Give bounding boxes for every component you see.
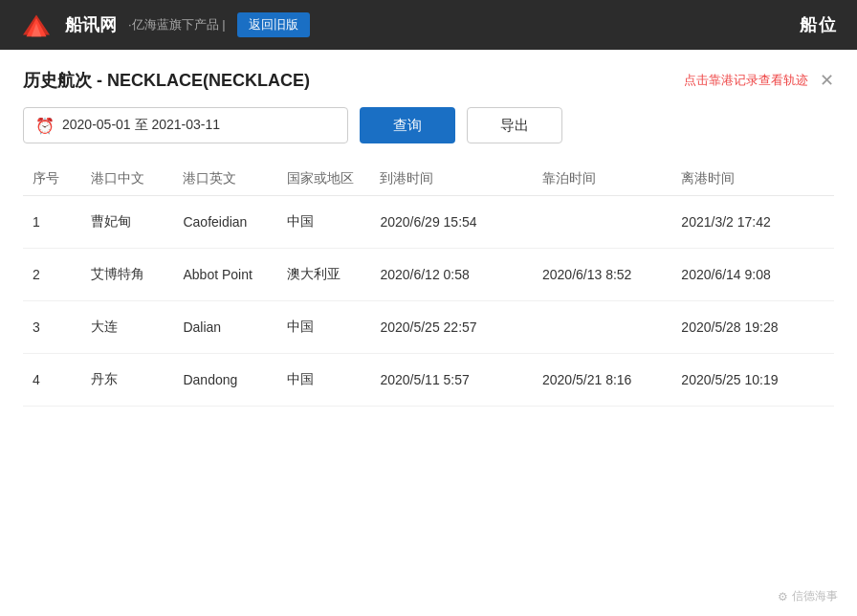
watermark-text: 信德海事: [792, 588, 838, 605]
cell-port-en: Caofeidian: [173, 196, 277, 249]
table-row[interactable]: 4丹东Dandong中国2020/5/11 5:572020/5/21 8:16…: [23, 354, 834, 407]
watermark: ⚙ 信德海事: [778, 588, 838, 605]
title-bar: 历史航次 - NECKLACE(NECKLACE) 点击靠港记录查看轨迹 ✕: [23, 69, 834, 92]
cell-country: 中国: [277, 354, 370, 407]
clock-icon: ⏰: [35, 117, 55, 135]
cell-seq: 4: [23, 354, 81, 407]
cell-port-cn: 艾博特角: [81, 249, 174, 301]
track-link[interactable]: 点击靠港记录查看轨迹: [684, 72, 808, 89]
header-berth: 靠泊时间: [533, 163, 671, 196]
cell-seq: 3: [23, 301, 81, 354]
app-header: 船讯网 ·亿海蓝旗下产品 | 返回旧版 船位: [0, 0, 857, 50]
logo-subtitle: ·亿海蓝旗下产品 |: [128, 16, 226, 33]
table-header-row: 序号 港口中文 港口英文 国家或地区 到港时间 靠泊时间 离港时间: [23, 163, 834, 196]
cell-berth: [533, 196, 671, 249]
header-seq: 序号: [23, 163, 81, 196]
cell-country: 中国: [277, 301, 370, 354]
close-icon[interactable]: ✕: [820, 70, 834, 91]
cell-arrive: 2020/6/12 0:58: [370, 249, 533, 301]
cell-arrive: 2020/5/25 22:57: [370, 301, 533, 354]
table-row[interactable]: 2艾博特角Abbot Point澳大利亚2020/6/12 0:582020/6…: [23, 249, 834, 301]
page-title: 历史航次 - NECKLACE(NECKLACE): [23, 69, 310, 92]
cell-port-cn: 大连: [81, 301, 174, 354]
query-button[interactable]: 查询: [360, 107, 455, 143]
table-row[interactable]: 3大连Dalian中国2020/5/25 22:572020/5/28 19:2…: [23, 301, 834, 354]
header-left: 船讯网 ·亿海蓝旗下产品 | 返回旧版: [19, 11, 310, 38]
cell-port-en: Abbot Point: [173, 249, 277, 301]
main-content: 历史航次 - NECKLACE(NECKLACE) 点击靠港记录查看轨迹 ✕ ⏰…: [0, 50, 857, 616]
cell-country: 澳大利亚: [277, 249, 370, 301]
date-range-input[interactable]: ⏰ 2020-05-01 至 2021-03-11: [23, 107, 348, 143]
header-port-en: 港口英文: [173, 163, 277, 196]
cell-port-cn: 曹妃甸: [81, 196, 174, 249]
cell-berth: [533, 301, 671, 354]
cell-port-en: Dalian: [173, 301, 277, 354]
cell-seq: 1: [23, 196, 81, 249]
header-arrive: 到港时间: [370, 163, 533, 196]
cell-port-en: Dandong: [173, 354, 277, 407]
cell-depart: 2020/5/25 10:19: [671, 354, 834, 407]
cell-berth: 2020/6/13 8:52: [533, 249, 671, 301]
nav-ship-label: 船位: [800, 13, 838, 36]
cell-arrive: 2020/6/29 15:54: [370, 196, 533, 249]
cell-depart: 2020/6/14 9:08: [671, 249, 834, 301]
cell-country: 中国: [277, 196, 370, 249]
search-bar: ⏰ 2020-05-01 至 2021-03-11 查询 导出: [23, 107, 834, 143]
cell-depart: 2020/5/28 19:28: [671, 301, 834, 354]
back-to-old-button[interactable]: 返回旧版: [237, 12, 310, 37]
ship-logo-icon: [19, 11, 54, 38]
header-depart: 离港时间: [671, 163, 834, 196]
logo-name: 船讯网: [65, 13, 117, 36]
cell-port-cn: 丹东: [81, 354, 174, 407]
export-button[interactable]: 导出: [467, 107, 562, 143]
cell-seq: 2: [23, 249, 81, 301]
cell-depart: 2021/3/2 17:42: [671, 196, 834, 249]
date-range-value: 2020-05-01 至 2021-03-11: [62, 117, 220, 134]
table-row[interactable]: 1曹妃甸Caofeidian中国2020/6/29 15:542021/3/2 …: [23, 196, 834, 249]
header-country: 国家或地区: [277, 163, 370, 196]
cell-berth: 2020/5/21 8:16: [533, 354, 671, 407]
header-port-cn: 港口中文: [81, 163, 174, 196]
watermark-icon: ⚙: [778, 590, 788, 604]
voyage-table: 序号 港口中文 港口英文 国家或地区 到港时间 靠泊时间 离港时间 1曹妃甸Ca…: [23, 163, 834, 407]
cell-arrive: 2020/5/11 5:57: [370, 354, 533, 407]
title-actions: 点击靠港记录查看轨迹 ✕: [684, 70, 834, 91]
